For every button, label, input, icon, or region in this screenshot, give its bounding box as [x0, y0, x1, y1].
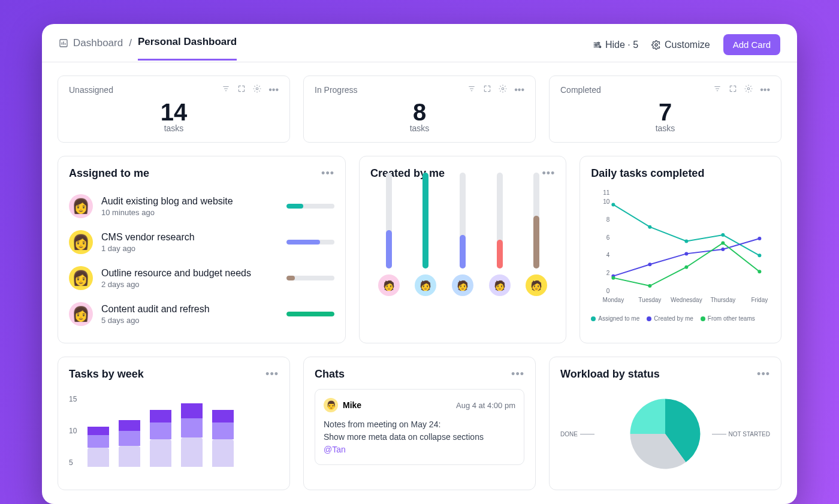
metric-title: Completed	[560, 85, 601, 95]
svg-text:4: 4	[606, 252, 610, 258]
gear-icon[interactable]	[253, 84, 261, 95]
avatar: 👩	[69, 302, 93, 326]
chat-item[interactable]: 👨 Mike Aug 4 at 4:00 pm Notes from meeti…	[315, 389, 524, 465]
svg-text:6: 6	[606, 234, 610, 241]
filter-icon[interactable]	[467, 84, 476, 95]
task-title: Outline resource and budget needs	[101, 268, 278, 279]
task-row[interactable]: 👩 Outline resource and budget needs 2 da…	[69, 260, 334, 296]
task-row[interactable]: 👩 Content audit and refresh 5 days ago	[69, 296, 334, 332]
add-card-button[interactable]: Add Card	[723, 34, 780, 55]
created-bar: 🧑	[489, 173, 511, 296]
metric-card: Completed ••• 7 tasks	[549, 76, 781, 143]
daily-widget: Daily tasks completed 024681011MondayTue…	[580, 156, 781, 343]
metric-unit: tasks	[69, 123, 279, 133]
svg-point-20	[612, 203, 615, 206]
metric-unit: tasks	[560, 123, 770, 133]
svg-point-21	[648, 225, 652, 229]
avatar[interactable]: 🧑	[415, 274, 436, 296]
avatar[interactable]: 🧑	[452, 274, 473, 296]
more-icon[interactable]: •••	[265, 368, 279, 381]
stacked-bar	[212, 410, 234, 467]
created-bar: 🧑	[452, 173, 473, 296]
created-bars: 🧑 🧑 🧑 🧑 🧑	[370, 188, 555, 296]
svg-point-31	[648, 284, 652, 288]
bottom-row: Tasks by week ••• 15105 Chats ••• 👨	[58, 357, 781, 490]
avatar: 👩	[69, 194, 93, 218]
gear-icon[interactable]	[499, 84, 507, 95]
svg-text:10: 10	[603, 198, 611, 205]
svg-point-4	[655, 44, 657, 46]
svg-point-7	[747, 87, 750, 90]
more-icon[interactable]: •••	[514, 84, 524, 95]
breadcrumb-current[interactable]: Personal Dashboard	[138, 36, 237, 61]
stacked-bar	[150, 410, 171, 467]
task-time: 2 days ago	[101, 280, 278, 289]
gear-icon[interactable]	[744, 84, 753, 95]
avatar: 👨	[324, 398, 338, 412]
svg-point-27	[685, 252, 689, 255]
ytick: 10	[69, 427, 77, 435]
more-icon[interactable]: •••	[511, 368, 524, 381]
metric-value: 8	[315, 99, 524, 126]
legend-item: Assigned to me	[591, 315, 639, 322]
task-time: 1 day ago	[101, 244, 278, 253]
tbw-bars	[87, 395, 279, 467]
svg-text:Wednesday: Wednesday	[671, 297, 702, 303]
svg-point-28	[722, 248, 725, 251]
svg-point-26	[648, 262, 652, 266]
task-row[interactable]: 👩 CMS vendor research 1 day ago	[69, 224, 334, 260]
customize-button[interactable]: Customize	[651, 40, 710, 50]
more-icon[interactable]: •••	[757, 368, 770, 381]
created-widget: Created by me ••• 🧑 🧑 🧑 🧑 🧑	[359, 156, 566, 343]
assigned-widget: Assigned to me ••• 👩 Audit existing blog…	[58, 156, 346, 343]
workload-title: Workload by status	[560, 368, 660, 381]
task-row[interactable]: 👩 Audit existing blog and website 10 min…	[69, 188, 334, 224]
metric-card: In Progress ••• 8 tasks	[303, 76, 536, 143]
task-progress	[286, 204, 334, 209]
task-title: Audit existing blog and website	[101, 196, 278, 207]
more-icon[interactable]: •••	[268, 84, 279, 95]
metrics-row: Unassigned ••• 14 tasks In Progress ••• …	[58, 76, 781, 143]
sliders-icon	[592, 40, 602, 50]
ytick: 15	[69, 395, 77, 403]
avatar[interactable]: 🧑	[526, 274, 547, 296]
svg-text:Tuesday: Tuesday	[639, 297, 662, 303]
chat-mention[interactable]: @Tan	[324, 443, 515, 456]
task-time: 10 minutes ago	[101, 208, 278, 217]
daily-line-chart: 024681011MondayTuesdayWednesdayThursdayF…	[591, 188, 770, 308]
chat-body: Notes from meeting on May 24: Show more …	[324, 418, 515, 456]
expand-icon[interactable]	[483, 84, 491, 95]
avatar[interactable]: 🧑	[489, 274, 511, 296]
daily-legend: Assigned to meCreated by meFrom other te…	[591, 315, 770, 322]
workload-widget: Workload by status ••• DONE NOT STARTED	[549, 357, 781, 490]
header-bar: Dashboard / Personal Dashboard Hide · 5 …	[42, 24, 797, 62]
breadcrumb-root[interactable]: Dashboard	[59, 37, 123, 60]
header-actions: Hide · 5 Customize Add Card	[592, 34, 780, 62]
metric-unit: tasks	[315, 123, 524, 133]
metric-value: 7	[560, 99, 770, 126]
daily-title: Daily tasks completed	[591, 167, 704, 180]
task-progress	[286, 240, 334, 245]
chat-line1: Notes from meeting on May 24:	[324, 418, 515, 431]
task-progress	[286, 312, 334, 316]
svg-point-32	[685, 265, 689, 269]
task-time: 5 days ago	[101, 316, 278, 325]
app-window: Dashboard / Personal Dashboard Hide · 5 …	[42, 24, 797, 504]
workload-pie-wrap: DONE NOT STARTED	[560, 389, 770, 479]
filter-icon[interactable]	[713, 84, 722, 95]
expand-icon[interactable]	[729, 84, 737, 95]
more-icon[interactable]: •••	[760, 84, 770, 95]
tbw-title: Tasks by week	[69, 368, 144, 381]
filter-icon[interactable]	[222, 84, 230, 95]
svg-text:8: 8	[606, 216, 610, 223]
avatar[interactable]: 🧑	[378, 274, 400, 296]
content-area: Unassigned ••• 14 tasks In Progress ••• …	[42, 62, 797, 504]
chats-widget: Chats ••• 👨 Mike Aug 4 at 4:00 pm Notes …	[303, 357, 536, 490]
hide-button[interactable]: Hide · 5	[592, 40, 638, 50]
workload-pie-chart	[626, 395, 704, 473]
task-title: CMS vendor research	[101, 232, 278, 243]
svg-point-2	[595, 44, 597, 46]
expand-icon[interactable]	[237, 84, 246, 95]
more-icon[interactable]: •••	[321, 167, 334, 180]
created-bar: 🧑	[415, 173, 436, 296]
